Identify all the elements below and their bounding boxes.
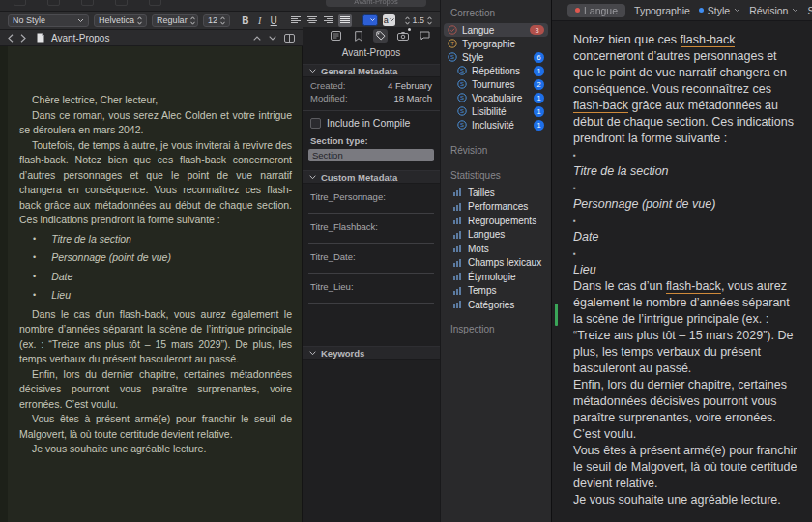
- correction-item-label: Lisibilité: [472, 106, 507, 117]
- toolbar-ghost-icon: [81, 0, 94, 6]
- correction-item-label: Langue: [462, 25, 494, 36]
- flagged-term[interactable]: flash-back: [573, 99, 628, 113]
- statistics-item-mots[interactable]: Mots: [441, 242, 551, 256]
- inspector-title: Avant-Propos: [303, 47, 440, 58]
- text-run: Enfin, lors du dernier chapitre, certain…: [573, 378, 787, 441]
- statistics-item-tymologie[interactable]: Étymologie: [441, 270, 551, 284]
- tab-style[interactable]: Style: [699, 5, 740, 16]
- tab-typographie[interactable]: Typographie: [634, 5, 690, 16]
- back-icon[interactable]: [8, 34, 14, 43]
- bookmark-icon[interactable]: [351, 29, 365, 43]
- snapshot-camera-icon[interactable]: [395, 29, 410, 43]
- bar-chart-icon: [452, 258, 462, 268]
- notes-icon[interactable]: [329, 29, 343, 43]
- chevron-down-icon: [309, 175, 316, 180]
- highlight-color-button[interactable]: a: [383, 14, 395, 26]
- correction-item-typographie[interactable]: TTypographie: [444, 37, 548, 50]
- antidote-text-area[interactable]: Notez bien que ces flash-back concernero…: [552, 21, 812, 508]
- chevron-down-icon: [734, 8, 740, 13]
- correction-item-label: Répétitions: [472, 66, 520, 76]
- include-in-compile-checkbox[interactable]: [310, 118, 321, 129]
- inspector-panel: Avant-Propos General Metadata Created:4 …: [303, 27, 440, 522]
- status-dot-icon: [699, 8, 704, 13]
- statistics-section-label: Statistiques: [441, 160, 551, 186]
- bullet-text: Personnage (point de vue): [51, 250, 171, 266]
- green-margin-marker: [555, 304, 558, 326]
- weight-select[interactable]: Regular: [152, 14, 198, 27]
- flagged-term[interactable]: flash-back: [666, 279, 721, 294]
- tab-label: Langue: [584, 5, 618, 16]
- correction-item-style[interactable]: SStyle6: [444, 50, 548, 64]
- align-justify-button[interactable]: [338, 14, 352, 27]
- correction-item-inclusivit[interactable]: SInclusivité1: [444, 118, 548, 131]
- text-color-button[interactable]: [362, 14, 378, 26]
- tab-label: Statistiques: [807, 5, 812, 16]
- custom-field-input[interactable]: [308, 303, 434, 304]
- count-badge: 2: [534, 79, 544, 90]
- antidote-paragraph: Titre de la section: [573, 163, 798, 180]
- correction-item-label: Typographie: [462, 39, 515, 49]
- text-run: Titre de la section: [573, 164, 669, 178]
- tab-label: Typographie: [634, 5, 690, 16]
- statistics-item-label: Performances: [468, 201, 528, 212]
- size-select[interactable]: 12: [203, 14, 230, 27]
- correction-item-label: Inclusivité: [472, 120, 514, 130]
- correction-item-langue[interactable]: Langue3: [444, 23, 548, 37]
- app-root: Avant-Propos No Style Helvetica Regular …: [0, 0, 812, 522]
- tab-rvision[interactable]: Révision: [749, 5, 798, 16]
- font-select[interactable]: Helvetica: [94, 14, 147, 27]
- antidote-paragraph: Notez bien que ces flash-back concernero…: [573, 32, 798, 147]
- correction-item-vocabulaire[interactable]: SVocabulaire1: [444, 91, 548, 104]
- tab-langue[interactable]: Langue: [567, 4, 625, 17]
- style-circle-icon: S: [457, 120, 467, 130]
- style-circle-icon: S: [457, 106, 467, 116]
- split-view-icon[interactable]: [284, 34, 295, 43]
- underline-button[interactable]: U: [269, 15, 278, 26]
- align-left-button[interactable]: [289, 14, 303, 27]
- statistics-item-tailles[interactable]: Tailles: [441, 186, 551, 200]
- statistics-item-langues[interactable]: Langues: [441, 228, 551, 243]
- custom-metadata-header[interactable]: Custom Metadata: [303, 170, 440, 184]
- bar-chart-icon: [452, 202, 462, 212]
- align-right-button[interactable]: [322, 14, 335, 27]
- editor-text-area[interactable]: Chère lectrice, Cher lecteur,Dans ce rom…: [0, 46, 303, 522]
- chevron-up-icon[interactable]: [253, 36, 261, 41]
- antidote-text-panel: LangueTypographieStyleRévisionStatistiqu…: [551, 0, 812, 522]
- correction-item-rptitions[interactable]: SRépétitions1: [444, 64, 548, 77]
- correction-item-lisibilit[interactable]: SLisibilité1: [444, 104, 548, 118]
- bold-button[interactable]: B: [241, 15, 250, 26]
- editor-paragraph: Enfin, lors du dernier chapitre, certain…: [19, 367, 292, 413]
- custom-metadata-fields: Titre_Personnage:Titre_Flashback:Titre_D…: [303, 184, 440, 304]
- general-metadata-header[interactable]: General Metadata: [303, 64, 440, 77]
- comments-icon[interactable]: [418, 29, 432, 43]
- align-center-button[interactable]: [305, 14, 319, 27]
- section-type-popup[interactable]: Section: [308, 149, 434, 161]
- svg-text:T: T: [450, 41, 454, 46]
- correction-item-tournures[interactable]: STournures2: [444, 77, 548, 91]
- chevron-down-icon[interactable]: [269, 36, 276, 41]
- svg-text:S: S: [460, 108, 464, 114]
- tab-statistiques[interactable]: Statistiques: [807, 5, 812, 16]
- tab-label: Style: [708, 5, 730, 16]
- flagged-term[interactable]: flash-back: [681, 33, 736, 47]
- italic-button[interactable]: I: [255, 15, 265, 26]
- line-spacing-control[interactable]: 1.5: [405, 15, 433, 25]
- statistics-item-regroupements[interactable]: Regroupements: [441, 214, 551, 228]
- metadata-tag-icon[interactable]: [373, 29, 388, 43]
- antidote-paragraph: Dans le cas d’un flash-back, vous aurez …: [573, 278, 798, 377]
- statistics-item-champslexicaux[interactable]: Champs lexicaux: [441, 256, 551, 271]
- editor-paragraph: Toutefois, de temps à autre, je vous inv…: [19, 138, 292, 228]
- style-select[interactable]: No Style: [8, 14, 89, 27]
- antidote-toolbar: LangueTypographieStyleRévisionStatistiqu…: [552, 0, 812, 21]
- statistics-item-performances[interactable]: Performances: [441, 200, 551, 215]
- text-run: Lieu: [573, 263, 596, 276]
- antidote-paragraph: Vous êtes à présent armé(e) pour franchi…: [573, 443, 798, 492]
- stepper-icon: [427, 16, 432, 25]
- svg-text:S: S: [460, 81, 464, 87]
- count-badge: 1: [534, 120, 544, 130]
- forward-icon[interactable]: [20, 34, 26, 43]
- statistics-item-temps[interactable]: Temps: [441, 284, 551, 299]
- keywords-header[interactable]: Keywords: [303, 346, 440, 360]
- statistics-item-catgories[interactable]: Catégories: [441, 298, 551, 312]
- editor-paragraph: Dans ce roman, vous serez Alec Colden et…: [19, 108, 292, 138]
